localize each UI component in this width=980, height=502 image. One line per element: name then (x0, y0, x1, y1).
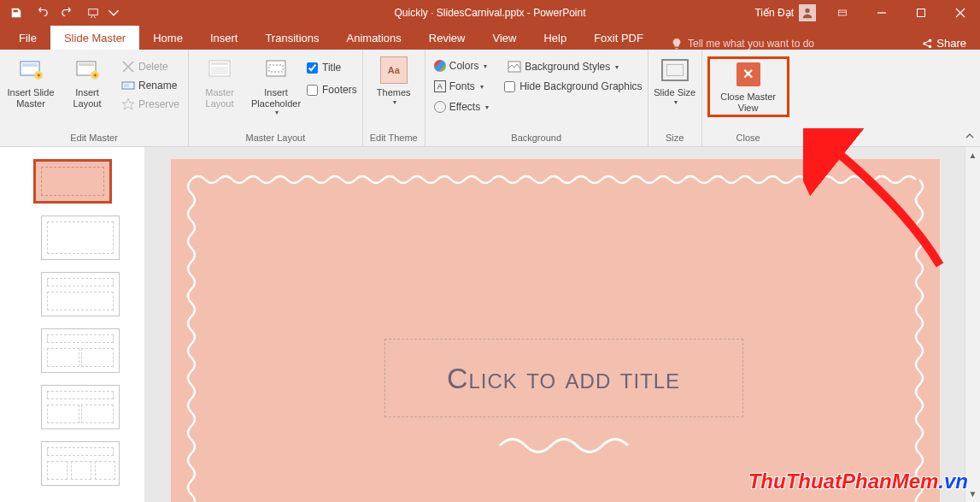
layout-thumbnail[interactable] (41, 272, 120, 316)
group-label-edit-master: Edit Master (5, 133, 183, 146)
insert-placeholder-button[interactable]: Insert Placeholder▾ (250, 56, 302, 116)
thumbnail-pane[interactable] (0, 147, 145, 502)
group-close: ✕ Close Master View Close (702, 50, 795, 146)
background-styles-icon (508, 60, 521, 74)
tab-transitions[interactable]: Transitions (251, 26, 332, 50)
group-label-background: Background (431, 133, 643, 146)
insert-placeholder-icon (262, 56, 290, 84)
title-placeholder-text: Click to add title (447, 362, 680, 395)
insert-layout-icon: ✶ (73, 56, 101, 84)
ribbon-options-button[interactable] (823, 0, 862, 26)
chevron-down-icon (108, 7, 120, 19)
layout-thumbnail[interactable] (41, 385, 120, 429)
delete-icon (121, 60, 135, 74)
decorative-swirl (496, 433, 632, 458)
vertical-scrollbar[interactable]: ▲ ▼ (965, 147, 980, 502)
insert-layout-button[interactable]: ✶ Insert Layout (62, 56, 113, 109)
colors-button[interactable]: Colors▾ (431, 58, 492, 74)
title-placeholder[interactable]: Click to add title (384, 339, 743, 417)
qat-customize-button[interactable] (108, 2, 120, 24)
group-label-master-layout: Master Layout (194, 133, 357, 146)
group-edit-theme: Aa Themes▾ Edit Theme (363, 50, 425, 146)
maximize-button[interactable] (901, 0, 941, 26)
title-checkbox[interactable]: Title (307, 62, 357, 74)
slide-edit-area[interactable]: Click to add title (145, 147, 965, 502)
tab-slide-master[interactable]: Slide Master (50, 26, 139, 50)
group-master-layout: Master Layout Insert Placeholder▾ Title … (189, 50, 363, 146)
master-thumbnail[interactable] (33, 159, 112, 204)
group-label-close: Close (707, 133, 789, 146)
svg-rect-3 (918, 9, 925, 17)
user-account[interactable]: Tiến Đạt (754, 4, 823, 21)
themes-button[interactable]: Aa Themes▾ (368, 56, 420, 106)
group-edit-master: ✶ Insert Slide Master ✶ Insert Layout De… (0, 50, 189, 146)
svg-point-1 (805, 9, 809, 13)
share-button[interactable]: Share (921, 37, 975, 50)
chevron-up-icon (965, 131, 975, 141)
tab-foxit-pdf[interactable]: Foxit PDF (580, 26, 657, 50)
effects-icon (434, 101, 446, 113)
layout-thumbnail[interactable] (41, 441, 120, 486)
scroll-down-icon[interactable]: ▼ (969, 489, 977, 499)
svg-text:✶: ✶ (92, 72, 98, 80)
save-button[interactable] (5, 2, 27, 24)
tab-insert[interactable]: Insert (197, 26, 252, 50)
group-label-edit-theme: Edit Theme (368, 133, 420, 146)
group-label-size: Size (654, 133, 696, 146)
slide-size-button[interactable]: Slide Size▾ (654, 56, 696, 106)
ribbon-tabs: File Slide Master Home Insert Transition… (0, 26, 980, 50)
insert-slide-master-button[interactable]: ✶ Insert Slide Master (5, 56, 56, 109)
workspace: Click to add title ▲ ▼ (0, 147, 980, 502)
colors-icon (434, 60, 446, 72)
svg-rect-2 (839, 10, 847, 15)
effects-button[interactable]: Effects▾ (431, 99, 492, 115)
svg-rect-16 (211, 67, 228, 74)
svg-text:✶: ✶ (36, 72, 42, 80)
maximize-icon (916, 8, 926, 18)
lightbulb-icon (671, 38, 683, 50)
footers-checkbox[interactable]: Footers (307, 84, 357, 96)
layout-thumbnail[interactable] (41, 328, 120, 373)
undo-button[interactable] (31, 2, 53, 24)
tab-help[interactable]: Help (530, 26, 580, 50)
group-size: Slide Size▾ Size (648, 50, 702, 146)
themes-icon: Aa (380, 56, 408, 84)
scroll-up-icon[interactable]: ▲ (969, 151, 977, 160)
close-icon (955, 8, 965, 18)
scroll-track[interactable] (965, 160, 980, 489)
quick-access-toolbar (0, 2, 120, 24)
close-master-icon: ✕ (736, 62, 760, 86)
start-from-beginning-button[interactable] (82, 2, 104, 24)
tab-home[interactable]: Home (139, 26, 197, 50)
svg-rect-5 (22, 63, 38, 67)
tell-me-search[interactable]: Tell me what you want to do (671, 38, 814, 50)
fonts-icon: A (434, 80, 446, 92)
fonts-button[interactable]: A Fonts▾ (431, 79, 492, 94)
ribbon: ✶ Insert Slide Master ✶ Insert Layout De… (0, 50, 980, 147)
svg-rect-9 (79, 63, 94, 66)
slide-canvas[interactable]: Click to add title (171, 159, 940, 502)
minimize-icon (877, 8, 887, 18)
tab-review[interactable]: Review (415, 26, 479, 50)
tab-file[interactable]: File (5, 26, 50, 50)
background-styles-button[interactable]: Background Styles▾ (504, 58, 642, 75)
hide-background-graphics-checkbox[interactable]: Hide Background Graphics (504, 80, 642, 92)
close-master-view-button[interactable]: ✕ Close Master View (715, 61, 782, 113)
preserve-button: Preserve (118, 96, 183, 113)
tab-animations[interactable]: Animations (333, 26, 415, 50)
minimize-button[interactable] (862, 0, 901, 26)
tab-view[interactable]: View (478, 26, 530, 50)
rename-icon (121, 79, 135, 92)
delete-button: Delete (118, 58, 183, 75)
window-close-button[interactable] (941, 0, 980, 26)
group-background: Colors▾ A Fonts▾ Effects▾ Background Sty… (425, 50, 648, 146)
svg-rect-15 (211, 62, 228, 65)
collapse-ribbon-button[interactable] (959, 50, 980, 146)
user-name: Tiến Đạt (754, 7, 794, 19)
layout-thumbnail[interactable] (41, 216, 120, 260)
window-title: Quickly · SlidesCarnival.pptx - PowerPoi… (394, 7, 585, 19)
redo-icon (62, 7, 73, 19)
svg-rect-13 (124, 84, 129, 87)
rename-button[interactable]: Rename (118, 77, 183, 94)
redo-button[interactable] (56, 2, 79, 24)
